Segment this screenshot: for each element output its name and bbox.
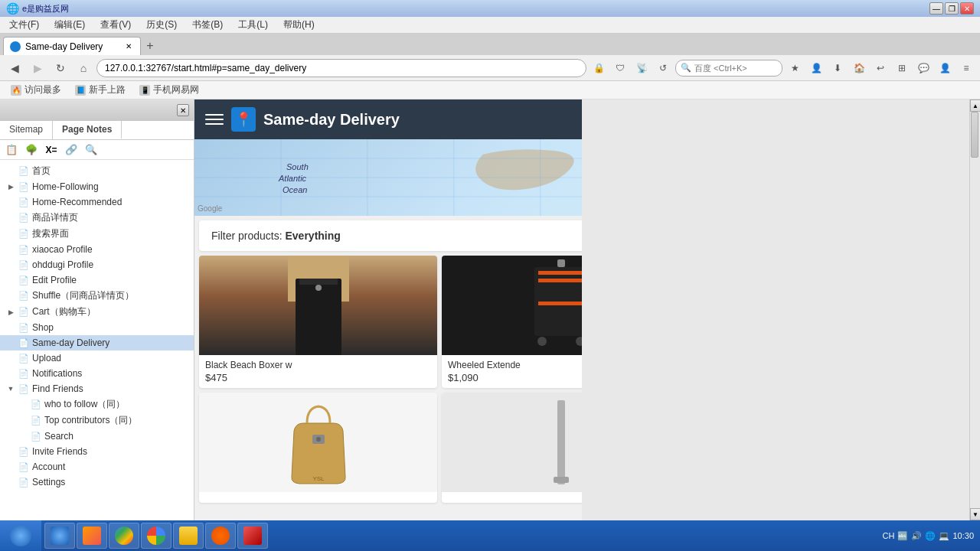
page-icon-edit-profile: 📄 [18, 274, 30, 286]
tool-tree-button[interactable]: 🌳 [23, 142, 40, 158]
product-card-1[interactable]: Black Beach Boxer w $475 [199, 256, 437, 388]
tab-sitemap[interactable]: Sitemap [0, 121, 53, 139]
taskbar-app-mx[interactable] [77, 523, 107, 549]
product-card-2[interactable]: Wheeled Extende $1,090 [442, 256, 582, 388]
taskbar-app-folder[interactable] [173, 523, 204, 549]
tree-item-upload[interactable]: 📄 Upload [0, 350, 194, 366]
menu-file[interactable]: 文件(F) [5, 17, 44, 33]
active-tab[interactable]: Same-day Delivery ✕ [3, 37, 141, 55]
menu-help[interactable]: 帮助(H) [279, 17, 319, 33]
menu-history[interactable]: 历史(S) [142, 17, 181, 33]
bookmark-mobile[interactable]: 📱 手机网易网 [135, 82, 204, 98]
tab-close-button[interactable]: ✕ [123, 41, 134, 52]
back-button[interactable]: ◀ [5, 58, 24, 78]
title-bar: 🌐 e是购益反网 — ❐ ✕ [0, 0, 980, 17]
tree-item-product-detail[interactable]: 📄 商品详情页 [0, 210, 194, 226]
tree-item-find-friends[interactable]: ▼ 📄 Find Friends [0, 381, 194, 396]
menu-bookmarks[interactable]: 书签(B) [188, 17, 227, 33]
scrollbar-track [970, 112, 980, 508]
bookmark-visit-most[interactable]: 🔥 访问最多 [6, 82, 66, 98]
tree-item-home[interactable]: 📄 首页 [0, 163, 194, 179]
history-back-icon[interactable]: ↩ [871, 59, 890, 77]
tree-item-shop[interactable]: 📄 Shop [0, 320, 194, 335]
refresh-button[interactable]: ↻ [51, 58, 70, 78]
tree-item-ohddugi-profile[interactable]: 📄 ohddugi Profile [0, 257, 194, 272]
tree-item-cart[interactable]: ▶ 📄 Cart（购物车） [0, 304, 194, 320]
bookmark-star-icon[interactable]: ★ [786, 59, 804, 77]
zoom-icon[interactable]: ⊞ [893, 59, 911, 77]
taskbar-app-img[interactable] [237, 523, 268, 549]
product-price-1: $475 [205, 372, 431, 383]
tree-item-settings[interactable]: 📄 Settings [0, 474, 194, 490]
tree-item-top-contributors[interactable]: 📄 Top contributors（同） [0, 412, 194, 429]
shield-icon: 🛡 [611, 59, 629, 77]
tool-search-button[interactable]: 🔍 [83, 142, 100, 158]
tree-label-top-contributors: Top contributors（同） [44, 414, 191, 427]
tree-label-same-day: Same-day Delivery [32, 337, 191, 348]
filter-value: Everything [285, 230, 340, 242]
scrollbar-thumb[interactable] [971, 112, 978, 158]
user-icon[interactable]: 👤 [807, 59, 825, 77]
expand-arrow-settings [6, 478, 15, 487]
svg-rect-23 [557, 400, 565, 484]
tree-item-xiaocao-profile[interactable]: 📄 xiaocao Profile [0, 242, 194, 257]
start-button[interactable] [0, 520, 41, 551]
forward-button[interactable]: ▶ [28, 58, 47, 78]
bookmark-newbie[interactable]: 📘 新手上路 [70, 82, 130, 98]
tree-item-who-to-follow[interactable]: 📄 who to follow（同） [0, 396, 194, 412]
expand-arrow-who-to-follow [18, 400, 28, 409]
avatar-icon[interactable]: 👤 [936, 59, 954, 77]
tab-page-notes[interactable]: Page Notes [53, 121, 122, 139]
address-input[interactable] [96, 59, 586, 77]
tree-item-home-recommended[interactable]: 📄 Home-Recommended [0, 194, 194, 210]
product-image-1 [199, 256, 437, 355]
new-tab-button[interactable]: + [141, 37, 159, 55]
taskbar-app-firefox[interactable] [205, 523, 236, 549]
expand-arrow-edit-profile [6, 276, 15, 285]
product-image-3: YSL [199, 393, 437, 492]
scrollbar-up-button[interactable]: ▲ [970, 99, 980, 112]
taskbar-sys-icon-1: 🔊 [911, 531, 922, 541]
product-card-4[interactable] [442, 393, 582, 503]
taskbar-icon-g [115, 527, 133, 545]
reload-icon[interactable]: ↺ [654, 59, 672, 77]
tool-variable-button[interactable]: X= [43, 142, 60, 158]
menu-view[interactable]: 查看(V) [96, 17, 136, 33]
page-icon-home-recommended: 📄 [18, 196, 30, 208]
tree-item-search[interactable]: 📄 Search [0, 429, 194, 444]
tool-view-button[interactable]: 📋 [3, 142, 20, 158]
search-input[interactable] [694, 64, 771, 73]
minimize-button[interactable]: — [929, 2, 943, 15]
close-window-button[interactable]: ✕ [960, 2, 974, 15]
scrollbar-down-button[interactable]: ▼ [970, 508, 980, 520]
tree-item-same-day-delivery[interactable]: 📄 Same-day Delivery [0, 335, 194, 350]
tree-item-search-page[interactable]: 📄 搜索界面 [0, 226, 194, 242]
tool-link-button[interactable]: 🔗 [63, 142, 80, 158]
tree-label-ohddugi: ohddugi Profile [32, 259, 191, 270]
more-icon[interactable]: ≡ [957, 59, 975, 77]
tree-item-shuffle[interactable]: 📄 Shuffle（同商品详情页） [0, 288, 194, 304]
menu-edit[interactable]: 编辑(E) [50, 17, 90, 33]
download-icon[interactable]: ⬇ [828, 59, 847, 77]
taskbar-apps [41, 520, 877, 551]
tree-item-notifications[interactable]: 📄 Notifications [0, 366, 194, 381]
taskbar-app-g[interactable] [109, 523, 139, 549]
product-card-3[interactable]: YSL [199, 393, 437, 503]
taskbar-app-win[interactable] [44, 523, 75, 549]
tree-item-edit-profile[interactable]: 📄 Edit Profile [0, 272, 194, 288]
sidebar-close-button[interactable]: ✕ [177, 104, 189, 116]
taskbar-app-chrome[interactable] [141, 523, 172, 549]
browser-scrollbar[interactable]: ▲ ▼ [969, 99, 980, 520]
bookmarks-bar: 🔥 访问最多 📘 新手上路 📱 手机网易网 [0, 81, 980, 99]
tree-item-invite-friends[interactable]: 📄 Invite Friends [0, 444, 194, 459]
tree-item-home-following[interactable]: ▶ 📄 Home-Following [0, 179, 194, 194]
home-button[interactable]: ⌂ [74, 58, 93, 78]
maximize-button[interactable]: ❐ [945, 2, 959, 15]
translate-icon[interactable]: 💬 [914, 59, 933, 77]
hamburger-button[interactable] [205, 110, 224, 129]
svg-rect-17 [557, 259, 565, 267]
menu-tools[interactable]: 工具(L) [234, 17, 273, 33]
home-nav-icon[interactable]: 🏠 [850, 59, 868, 77]
tree-item-account[interactable]: 📄 Account [0, 459, 194, 474]
tree-label-notifications: Notifications [32, 368, 191, 379]
